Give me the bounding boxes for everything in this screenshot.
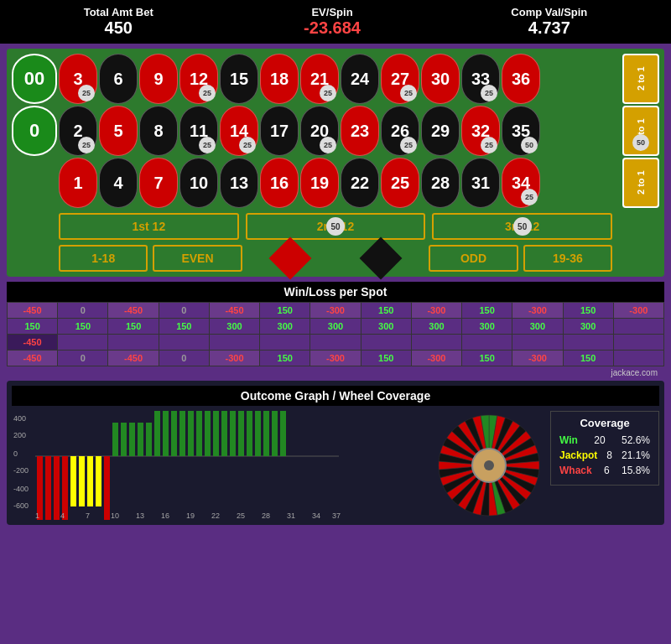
dozen-3rd[interactable]: 3rd 12 50 [432, 213, 612, 240]
col-bet-bot[interactable]: 2 to 1 [622, 158, 659, 208]
bet-19-36[interactable]: 19-36 [523, 245, 612, 272]
bet-1-18[interactable]: 1-18 [59, 245, 148, 272]
svg-rect-35 [272, 411, 278, 456]
dozen-2nd[interactable]: 2nd 12 50 [246, 213, 426, 240]
svg-rect-36 [280, 411, 286, 456]
wl-cell-3-0: -450 [8, 351, 57, 366]
dozen-3rd-chip: 50 [513, 217, 532, 236]
wl-cell-0-7: 150 [362, 303, 411, 318]
svg-text:31: 31 [287, 512, 295, 520]
svg-rect-26 [196, 411, 202, 456]
bet-red[interactable] [247, 245, 333, 272]
num-cell-17[interactable]: 17 [260, 106, 299, 156]
winloss-section: Win/Loss per Spot -4500-4500-450150-3001… [7, 282, 664, 377]
num-cell-18[interactable]: 18 [260, 54, 299, 104]
ev-spin-label: EV/Spin [304, 6, 361, 18]
single-zero-label: 0 [29, 120, 39, 142]
svg-rect-12 [79, 456, 85, 506]
num-cell-16[interactable]: 16 [260, 158, 299, 208]
svg-text:28: 28 [262, 512, 270, 520]
svg-rect-34 [263, 411, 269, 456]
num-cell-31[interactable]: 31 [461, 158, 500, 208]
num-cell-35[interactable]: 3550 [502, 106, 540, 156]
dozen-1st[interactable]: 1st 12 [59, 213, 239, 240]
svg-rect-20 [146, 423, 152, 456]
comp-val-label: Comp Val/Spin [511, 6, 587, 18]
num-cell-6[interactable]: 6 [99, 54, 138, 104]
num-cell-2[interactable]: 225 [59, 106, 97, 156]
wl-cell-3-9: 150 [462, 351, 512, 366]
num-cell-4[interactable]: 4 [99, 158, 138, 208]
svg-rect-16 [112, 423, 118, 456]
bet-even[interactable]: EVEN [153, 245, 242, 272]
svg-text:7: 7 [86, 512, 90, 520]
col-bet-top[interactable]: 2 to 1 [622, 54, 659, 104]
svg-rect-32 [247, 411, 252, 456]
svg-rect-24 [179, 411, 185, 456]
num-cell-36[interactable]: 36 [502, 54, 540, 104]
num-cell-1[interactable]: 1 [59, 158, 97, 208]
svg-text:0: 0 [13, 449, 18, 458]
chip-35: 50 [521, 137, 538, 153]
wl-cell-0-10: -300 [512, 303, 562, 318]
num-cell-30[interactable]: 30 [421, 54, 460, 104]
num-cell-20[interactable]: 2025 [300, 106, 339, 156]
num-cell-14[interactable]: 1425 [220, 106, 258, 156]
num-cell-28[interactable]: 28 [421, 158, 460, 208]
num-cell-34[interactable]: 3425 [502, 158, 540, 208]
svg-rect-10 [62, 456, 68, 520]
svg-rect-23 [171, 411, 177, 456]
wl-cell-2-7 [362, 335, 411, 350]
double-zero[interactable]: 00 [12, 54, 57, 104]
even-money-row: 1-18 EVEN ODD 19-36 [12, 245, 659, 272]
num-cell-24[interactable]: 24 [341, 54, 379, 104]
numbers-grid: 3252251654987122511251015142513181716212… [59, 54, 621, 208]
num-cell-27[interactable]: 2725 [381, 54, 419, 104]
svg-text:-200: -200 [13, 466, 29, 475]
winloss-grid: -4500-4500-450150-300150-300150-300150-3… [7, 302, 664, 366]
wl-cell-0-1: 0 [58, 303, 107, 318]
svg-text:1: 1 [35, 512, 39, 520]
num-cell-19[interactable]: 19 [300, 158, 339, 208]
num-cell-21[interactable]: 2125 [300, 54, 339, 104]
winloss-title: Win/Loss per Spot [7, 282, 664, 302]
num-cell-13[interactable]: 13 [220, 158, 258, 208]
num-cell-9[interactable]: 9 [139, 54, 178, 104]
num-cell-25[interactable]: 25 [381, 158, 419, 208]
wl-cell-1-9: 300 [462, 319, 512, 334]
coverage-panel: Coverage Win 20 52.6% Jackpot 8 21.1% Wh… [550, 411, 659, 486]
chip-12: 25 [199, 85, 216, 101]
num-cell-33[interactable]: 3325 [461, 54, 500, 104]
wl-cell-3-1: 0 [58, 351, 107, 366]
num-cell-5[interactable]: 5 [99, 106, 138, 156]
num-cell-32[interactable]: 3225 [461, 106, 500, 156]
number-col-2: 987 [139, 54, 178, 208]
num-cell-3[interactable]: 325 [59, 54, 97, 104]
num-cell-11[interactable]: 1125 [179, 106, 218, 156]
wl-cell-1-0: 150 [8, 319, 57, 334]
num-cell-12[interactable]: 1225 [179, 54, 218, 104]
col-bet-mid[interactable]: 2 to 1 50 [622, 106, 659, 156]
bet-black[interactable] [338, 245, 424, 272]
wl-cell-3-10: -300 [512, 351, 562, 366]
dozen-2nd-chip: 50 [326, 217, 345, 236]
num-cell-15[interactable]: 15 [220, 54, 258, 104]
bet-odd[interactable]: ODD [429, 245, 518, 272]
num-cell-26[interactable]: 2625 [381, 106, 419, 156]
num-cell-8[interactable]: 8 [139, 106, 178, 156]
svg-text:10: 10 [111, 512, 119, 520]
num-cell-29[interactable]: 29 [421, 106, 460, 156]
single-zero[interactable]: 0 [12, 106, 57, 156]
wl-cell-0-11: 150 [564, 303, 613, 318]
num-cell-10[interactable]: 10 [179, 158, 218, 208]
double-zero-label: 00 [24, 68, 44, 90]
svg-rect-13 [87, 456, 93, 506]
num-cell-22[interactable]: 22 [341, 158, 379, 208]
num-cell-7[interactable]: 7 [139, 158, 178, 208]
svg-text:200: 200 [13, 431, 26, 439]
wl-cell-2-2 [108, 335, 158, 350]
graph-content: 400 200 0 -200 -400 -600 1 4 7 10 13 16 … [12, 411, 659, 520]
svg-rect-8 [45, 456, 51, 520]
num-cell-23[interactable]: 23 [341, 106, 379, 156]
wl-cell-2-9 [462, 335, 512, 350]
